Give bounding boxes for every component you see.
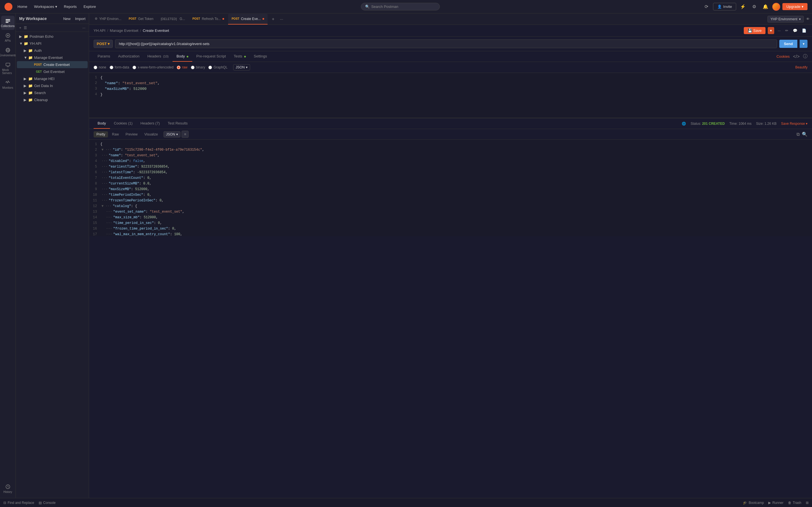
copy-icon[interactable]: ⧉ [797, 132, 800, 137]
edit-button[interactable]: ✏ [784, 27, 790, 34]
more-tabs-button[interactable]: ··· [278, 17, 286, 21]
sidebar-item-apis[interactable]: APIs [1, 31, 15, 45]
tab-yhp-environ[interactable]: ⚙ YHP Environ... [91, 14, 124, 24]
radio-form-data[interactable]: form-data [110, 65, 129, 69]
tab-body[interactable]: Body [172, 51, 192, 62]
tree-item-yh-api[interactable]: ▼ 📁 YH API [17, 40, 88, 47]
sidebar-item-history[interactable]: History [1, 482, 15, 496]
radio-none-input[interactable] [94, 66, 97, 69]
bell-icon[interactable]: 🔔 [761, 2, 770, 11]
sidebar-item-environments[interactable]: Environments [1, 45, 15, 59]
add-collection-icon[interactable]: + [19, 25, 21, 30]
breadcrumb-manage-eventset[interactable]: Manage Eventset [110, 29, 139, 33]
console-button[interactable]: ▤ Console [39, 501, 56, 505]
nav-home[interactable]: Home [15, 3, 30, 10]
tree-item-create-eventset[interactable]: POST Create Eventset [17, 61, 88, 68]
response-format-selector[interactable]: JSON ▾ [163, 131, 181, 137]
find-replace-button[interactable]: ⊟ Find and Replace [3, 501, 34, 505]
more-options-button[interactable]: ··· [776, 27, 782, 34]
send-dropdown-button[interactable]: ▾ [800, 40, 808, 48]
tree-item-postman-echo[interactable]: ▶ 📁 Postman Echo [17, 33, 88, 40]
tree-item-cleanup[interactable]: ▶ 📁 Cleanup [17, 96, 88, 103]
import-button[interactable]: Import [75, 17, 86, 21]
tab-create-eve[interactable]: POST Create Eve... [228, 14, 267, 24]
avatar[interactable] [772, 3, 780, 11]
radio-raw[interactable]: raw [177, 65, 187, 69]
new-button[interactable]: New [63, 17, 70, 21]
tree-item-get-eventset[interactable]: GET Get Eventset [17, 68, 88, 75]
nav-workspaces[interactable]: Workspaces ▾ [31, 3, 60, 10]
tab-deleted[interactable]: [DELETED] G... [157, 14, 188, 24]
tree-item-get-data-in[interactable]: ▶ 📁 Get Data In [17, 82, 88, 89]
fmt-tab-pretty[interactable]: Pretty [94, 131, 108, 137]
wrap-button[interactable]: ≡ [182, 131, 189, 138]
tab-params[interactable]: Params [94, 51, 114, 62]
radio-urlencoded[interactable]: x-www-form-urlencoded [133, 65, 173, 69]
comment-button[interactable]: 💬 [792, 27, 799, 34]
save-dropdown-button[interactable]: ▾ [768, 27, 774, 34]
more-options-icon[interactable]: ··· [82, 25, 86, 30]
settings-icon[interactable]: ⚙ [750, 2, 759, 11]
tab-pre-request[interactable]: Pre-request Script [192, 51, 230, 62]
tab-refresh-to[interactable]: POST Refresh To... [189, 14, 227, 24]
response-body[interactable]: 1{ 2▼ ···"id": "115c7290-f4e2-4f00-bf1e-… [89, 140, 812, 236]
sync-icon[interactable]: ⟳ [702, 2, 711, 11]
fmt-tab-visualize[interactable]: Visualize [142, 131, 161, 137]
postman-logo[interactable] [4, 3, 12, 11]
invite-button[interactable]: 👤 Invite [713, 3, 736, 10]
radio-graphql[interactable]: GraphQL [208, 65, 227, 69]
breadcrumb-yh-api[interactable]: YH API [94, 29, 105, 33]
sidebar-item-mock-servers[interactable]: Mock Servers [1, 60, 15, 77]
resp-tab-test-results[interactable]: Test Results [164, 118, 192, 129]
url-input[interactable] [115, 40, 777, 48]
sidebar-item-monitors[interactable]: Monitors [1, 77, 15, 92]
resp-tab-body[interactable]: Body [94, 118, 110, 129]
resp-tab-cookies[interactable]: Cookies (1) [110, 118, 137, 129]
bootcamp-button[interactable]: 🎓 Bootcamp [743, 501, 764, 505]
lightning-icon[interactable]: ⚡ [739, 2, 748, 11]
nav-explore[interactable]: Explore [81, 3, 99, 10]
radio-urlencoded-input[interactable] [133, 66, 136, 69]
tree-item-manage-hei[interactable]: ▶ 📁 Manage HEI [17, 75, 88, 82]
send-button[interactable]: Send [779, 40, 797, 48]
resp-tab-headers[interactable]: Headers (7) [137, 118, 164, 129]
code-icon[interactable]: </> [793, 54, 800, 59]
eye-icon[interactable]: 👁 [806, 17, 810, 21]
radio-none[interactable]: none [94, 65, 106, 69]
info-icon[interactable]: ⓘ [803, 54, 808, 59]
radio-raw-input[interactable] [177, 66, 181, 69]
tab-headers[interactable]: Headers (10) [144, 51, 172, 62]
docs-button[interactable]: 📄 [801, 27, 808, 34]
beautify-button[interactable]: Beautify [795, 65, 808, 69]
tree-item-auth[interactable]: ▶ 📁 Auth [17, 47, 88, 54]
radio-form-data-input[interactable] [110, 66, 113, 69]
filter-icon[interactable]: ☰ [24, 25, 27, 30]
trash-button[interactable]: 🗑 Trash [788, 501, 801, 505]
radio-binary[interactable]: binary [191, 65, 205, 69]
search-box[interactable]: 🔍 Search Postman [361, 3, 440, 10]
grid-icon[interactable]: ⊞ [806, 501, 809, 505]
request-code-editor[interactable]: 1 { 2 "name": "test_event_set", 3 "maxSi… [89, 73, 812, 118]
runner-button[interactable]: ▶ Runner [768, 501, 783, 505]
tree-item-search[interactable]: ▶ 📁 Search [17, 89, 88, 96]
upgrade-button[interactable]: Upgrade ▾ [782, 3, 808, 10]
save-response-button[interactable]: Save Response ▾ [781, 122, 808, 126]
search-response-icon[interactable]: 🔍 [802, 131, 808, 137]
tab-authorization[interactable]: Authorization [114, 51, 144, 62]
method-select[interactable]: POST ▾ [94, 40, 113, 48]
tab-settings[interactable]: Settings [250, 51, 271, 62]
nav-reports[interactable]: Reports [61, 3, 80, 10]
fmt-tab-raw[interactable]: Raw [109, 131, 121, 137]
save-button[interactable]: 💾 Save [744, 27, 766, 34]
cookies-link[interactable]: Cookies [776, 54, 790, 59]
fmt-tab-preview[interactable]: Preview [123, 131, 140, 137]
radio-graphql-input[interactable] [208, 66, 212, 69]
tree-item-manage-eventset[interactable]: ▼ 📁 Manage Eventset [17, 54, 88, 61]
sidebar-item-collections[interactable]: Collections [1, 16, 15, 30]
tab-get-token[interactable]: POST Get Token [125, 14, 157, 24]
env-selector[interactable]: YHP Environment ▾ [767, 16, 804, 22]
add-tab-button[interactable]: + [269, 15, 277, 23]
tab-tests[interactable]: Tests [230, 51, 250, 62]
json-format-selector[interactable]: JSON ▾ [233, 64, 250, 70]
radio-binary-input[interactable] [191, 66, 195, 69]
